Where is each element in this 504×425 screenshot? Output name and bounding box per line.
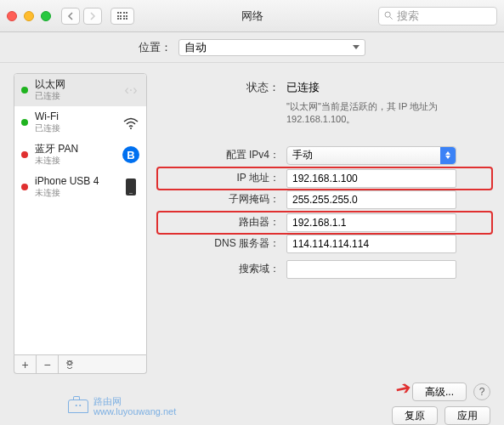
close-icon[interactable] bbox=[7, 11, 17, 21]
config-ipv4-value: 手动 bbox=[292, 148, 313, 162]
service-name: 蓝牙 PAN bbox=[35, 144, 116, 156]
service-actions-button[interactable] bbox=[59, 355, 81, 373]
config-ipv4-select[interactable]: 手动 bbox=[286, 146, 456, 165]
config-ipv4-row: 配置 IPv4： 手动 bbox=[159, 144, 490, 167]
ethernet-icon: ‹·› bbox=[122, 82, 139, 99]
subnet-row: 子网掩码： 255.255.255.0 bbox=[159, 188, 490, 212]
svg-point-2 bbox=[130, 128, 132, 129]
grid-icon bbox=[117, 12, 128, 20]
forward-button[interactable] bbox=[83, 8, 102, 25]
service-bluetooth[interactable]: 蓝牙 PAN 未连接 B bbox=[14, 139, 146, 171]
dns-label: DNS 服务器： bbox=[159, 236, 286, 251]
dns-row: DNS 服务器： 114.114.114.114 bbox=[159, 232, 490, 256]
search-domain-input[interactable] bbox=[286, 260, 456, 279]
back-button[interactable] bbox=[61, 8, 80, 25]
router-icon bbox=[68, 400, 88, 413]
zoom-icon[interactable] bbox=[41, 11, 51, 21]
service-text: 以太网 已连接 bbox=[35, 79, 116, 100]
minimize-icon[interactable] bbox=[24, 11, 34, 21]
service-name: 以太网 bbox=[35, 79, 116, 91]
service-name: iPhone USB 4 bbox=[35, 176, 116, 188]
main-content: 以太网 已连接 ‹·› Wi-Fi 已连接 蓝牙 PAN bbox=[0, 63, 504, 425]
subnet-input[interactable]: 255.255.255.0 bbox=[286, 190, 456, 209]
config-ipv4-label: 配置 IPv4： bbox=[159, 148, 286, 162]
service-iphone-usb[interactable]: iPhone USB 4 未连接 bbox=[14, 171, 146, 203]
location-row: 位置： 自动 bbox=[0, 32, 504, 63]
svg-point-0 bbox=[385, 12, 390, 17]
watermark-name: 路由网 bbox=[93, 396, 176, 406]
service-text: Wi-Fi 已连接 bbox=[35, 111, 116, 133]
window-title: 网络 bbox=[241, 8, 263, 24]
subnet-label: 子网掩码： bbox=[159, 192, 286, 207]
help-button[interactable]: ? bbox=[473, 383, 490, 400]
ip-address-label: IP 地址： bbox=[159, 171, 286, 185]
show-all-button[interactable] bbox=[110, 8, 134, 25]
service-name: Wi-Fi bbox=[35, 111, 116, 123]
search-icon bbox=[384, 11, 394, 20]
status-dot-icon bbox=[21, 87, 28, 94]
search-input[interactable]: 搜索 bbox=[378, 7, 497, 26]
footer: ➔ 高级... ? 复原 应用 路由网 www.luyouwang.net bbox=[0, 377, 504, 425]
service-list: 以太网 已连接 ‹·› Wi-Fi 已连接 蓝牙 PAN bbox=[14, 73, 147, 355]
svg-line-1 bbox=[390, 17, 393, 20]
search-domain-label: 搜索域： bbox=[159, 262, 286, 276]
bluetooth-icon: B bbox=[122, 146, 139, 163]
location-label: 位置： bbox=[139, 40, 172, 55]
status-value: 已连接 bbox=[286, 80, 490, 95]
nav-group bbox=[61, 8, 102, 25]
iphone-icon bbox=[122, 178, 139, 196]
search-placeholder: 搜索 bbox=[397, 8, 419, 24]
watermark: 路由网 www.luyouwang.net bbox=[68, 396, 176, 416]
network-prefs-window: 网络 搜索 位置： 自动 以太网 已连接 ‹·› bbox=[0, 0, 504, 425]
router-input[interactable]: 192.168.1.1 bbox=[286, 213, 456, 232]
service-status: 已连接 bbox=[35, 123, 116, 133]
advanced-button[interactable]: 高级... bbox=[412, 382, 467, 401]
ip-address-row: IP 地址： 192.168.1.100 bbox=[156, 167, 493, 190]
apply-button[interactable]: 应用 bbox=[445, 406, 490, 425]
detail-panel: 状态： 已连接 "以太网"当前是活跃的，其 IP 地址为 192.168.1.1… bbox=[159, 73, 490, 374]
wifi-icon bbox=[122, 114, 139, 131]
revert-button[interactable]: 复原 bbox=[392, 406, 438, 425]
service-status: 未连接 bbox=[35, 188, 116, 198]
status-label: 状态： bbox=[159, 80, 286, 127]
service-status: 已连接 bbox=[35, 91, 116, 101]
status-description: "以太网"当前是活跃的，其 IP 地址为 192.168.1.100。 bbox=[286, 100, 490, 127]
service-status: 未连接 bbox=[35, 156, 116, 166]
search-domain-row: 搜索域： bbox=[159, 258, 490, 281]
service-text: 蓝牙 PAN 未连接 bbox=[35, 144, 116, 165]
status-dot-icon bbox=[21, 119, 28, 126]
status-dot-icon bbox=[21, 184, 28, 190]
status-content: 已连接 "以太网"当前是活跃的，其 IP 地址为 192.168.1.100。 bbox=[286, 80, 490, 127]
service-text: iPhone USB 4 未连接 bbox=[35, 176, 116, 197]
router-row: 路由器： 192.168.1.1 bbox=[156, 211, 493, 235]
status-block: 状态： 已连接 "以太网"当前是活跃的，其 IP 地址为 192.168.1.1… bbox=[159, 80, 490, 127]
traffic-lights bbox=[7, 11, 51, 21]
status-dot-icon bbox=[21, 151, 28, 158]
remove-service-button[interactable]: − bbox=[37, 355, 59, 373]
location-value: 自动 bbox=[184, 40, 207, 55]
svg-point-3 bbox=[68, 360, 71, 364]
service-wifi[interactable]: Wi-Fi 已连接 bbox=[14, 106, 146, 139]
service-sidebar: 以太网 已连接 ‹·› Wi-Fi 已连接 蓝牙 PAN bbox=[14, 73, 147, 374]
service-ethernet[interactable]: 以太网 已连接 ‹·› bbox=[14, 74, 146, 106]
dns-input[interactable]: 114.114.114.114 bbox=[286, 235, 456, 253]
ip-address-input[interactable]: 192.168.1.100 bbox=[286, 169, 456, 188]
location-select[interactable]: 自动 bbox=[178, 39, 365, 56]
watermark-url: www.luyouwang.net bbox=[93, 406, 176, 416]
list-controls: + − bbox=[14, 355, 147, 374]
add-service-button[interactable]: + bbox=[14, 355, 37, 373]
router-label: 路由器： bbox=[159, 215, 286, 230]
chevron-up-down-icon bbox=[440, 147, 456, 164]
titlebar: 网络 搜索 bbox=[0, 0, 504, 32]
